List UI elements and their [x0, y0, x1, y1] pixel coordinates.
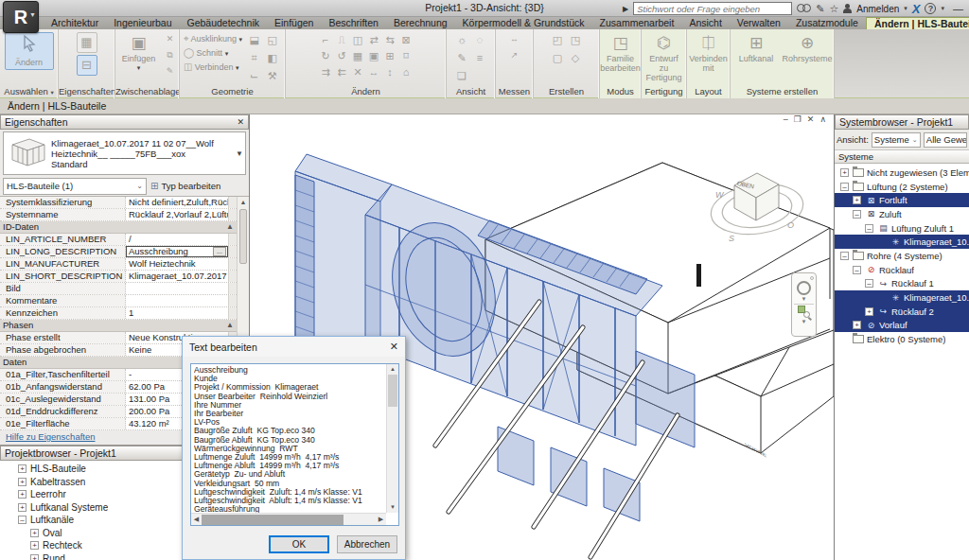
create-assembly-icon[interactable]: ▢: [549, 50, 567, 68]
navbar-dropdown-icon[interactable]: ▼: [802, 296, 807, 302]
collapse-icon[interactable]: –: [865, 279, 873, 288]
dialog-textarea[interactable]: AusschreibungKundeProjekt / Kommission K…: [190, 363, 399, 526]
dialog-horizontal-scrollbar[interactable]: ◀ ▶: [191, 513, 386, 525]
panel-label-modus[interactable]: Modus: [600, 85, 641, 98]
property-row[interactable]: LIN_MANUFACTURERWolf Heiztechnik: [0, 258, 237, 271]
wall-joins-icon[interactable]: ⬓: [245, 32, 263, 50]
align-icon[interactable]: ⌐: [318, 32, 334, 48]
panel-label-layout[interactable]: Layout: [687, 85, 730, 98]
expand-icon[interactable]: +: [30, 541, 39, 550]
property-row[interactable]: LIN_SHORT_DESCRIPTIONKlimageraet_10.07.2…: [0, 271, 237, 283]
sb-item-vorlauf[interactable]: +⊘Vorlauf: [835, 319, 969, 333]
collapse-icon[interactable]: ▲: [223, 221, 237, 233]
property-value[interactable]: /: [126, 234, 228, 245]
delete-icon[interactable]: ✕: [350, 64, 366, 80]
collapse-icon[interactable]: ▲: [223, 320, 237, 331]
expand-icon[interactable]: +: [853, 196, 861, 204]
collapse-icon[interactable]: –: [840, 183, 849, 191]
steering-wheel-icon[interactable]: [797, 281, 811, 295]
properties-icon[interactable]: ▦: [77, 32, 97, 53]
match-type-icon[interactable]: ✎: [163, 64, 177, 79]
close-icon[interactable]: ✕: [390, 341, 398, 353]
view-close-icon[interactable]: ✕: [807, 114, 815, 124]
linework-icon[interactable]: ✎: [453, 50, 471, 68]
panel-label-eigenschaften[interactable]: Eigenschaften: [59, 85, 115, 98]
scroll-down-icon[interactable]: ▼: [387, 502, 398, 513]
extend-icon[interactable]: ↕: [382, 64, 398, 80]
property-value[interactable]: Rücklauf 2,Vorlauf 2,Lüftung ...: [126, 209, 228, 220]
collapse-icon[interactable]: –: [853, 210, 861, 219]
panel-label-erstellen[interactable]: Erstellen: [534, 85, 599, 98]
scale-icon[interactable]: ⊞: [382, 48, 398, 64]
associate-parameter-button[interactable]: [228, 234, 237, 245]
associate-parameter-button[interactable]: [228, 295, 237, 306]
application-menu-button[interactable]: R▼: [3, 1, 39, 33]
panel-label-zwischenablage[interactable]: Zwischenablage: [115, 85, 179, 98]
tab-berechnung[interactable]: Berechnung: [386, 17, 455, 29]
split-face-icon[interactable]: ◧: [263, 50, 281, 68]
expand-icon[interactable]: +: [30, 554, 39, 560]
create-parts-icon[interactable]: ◇: [567, 50, 585, 68]
tab-verwalten[interactable]: Verwalten: [730, 17, 788, 29]
associate-parameter-button[interactable]: [228, 307, 237, 319]
modify-button[interactable]: Ändern: [5, 32, 54, 70]
signin-dropdown-icon[interactable]: ▾: [904, 5, 907, 12]
sb-item-nicht-zugewiesen-3-eleme[interactable]: +Nicht zugewiesen (3 Eleme...: [835, 166, 969, 180]
property-row[interactable]: Kommentare: [0, 295, 237, 307]
edit-family-button[interactable]: ◳ Familie bearbeiten: [600, 32, 641, 75]
sb-item-klimageraet-10[interactable]: ✳Klimageraet_10....: [835, 235, 969, 249]
section-box-icon[interactable]: ❏: [453, 68, 471, 85]
panel-label-messen[interactable]: Messen: [496, 85, 533, 98]
property-value[interactable]: [126, 295, 228, 306]
trim-corner-icon[interactable]: ↔: [366, 64, 382, 80]
systems-column-header[interactable]: Systeme: [835, 150, 969, 164]
expand-icon[interactable]: +: [853, 321, 861, 329]
cancel-button[interactable]: Abbrechen: [337, 535, 397, 553]
tab-zusatzmodule[interactable]: Zusatzmodule: [788, 17, 866, 29]
tab-einfuegen[interactable]: Einfügen: [267, 17, 321, 29]
collapse-icon[interactable]: –: [865, 224, 873, 233]
tab-zusammenarbeit[interactable]: Zusammenarbeit: [592, 17, 682, 29]
scroll-right-icon[interactable]: ▶: [376, 516, 386, 523]
array-icon[interactable]: ▦: [350, 48, 366, 64]
property-group-header[interactable]: ID-Daten▲: [0, 221, 237, 234]
associate-parameter-button[interactable]: [228, 209, 237, 220]
paint-icon[interactable]: ⚒: [263, 68, 281, 85]
edit-type-button[interactable]: ⊞ Typ bearbeiten: [150, 178, 246, 195]
property-value[interactable]: 1: [126, 307, 228, 319]
connect-into-button[interactable]: ⎅ Verbinden mit: [688, 32, 729, 75]
tab-beschriften[interactable]: Beschriften: [321, 17, 386, 29]
panel-label-auswaehlen[interactable]: Auswählen ▾: [0, 85, 58, 98]
panel-label-systeme-erstellen[interactable]: Systeme erstellen: [731, 85, 834, 98]
property-row[interactable]: SystemklassifizierungNicht definiert,Zul…: [0, 197, 237, 209]
expand-icon[interactable]: +: [865, 307, 873, 316]
property-value[interactable]: [126, 283, 228, 294]
property-group-header[interactable]: Phasen▲: [0, 320, 237, 332]
pipe-system-button[interactable]: ⊕ Rohrsysteme: [783, 32, 832, 65]
properties-help-link[interactable]: Hilfe zu Eigenschaften: [6, 431, 96, 444]
paste-dropdown-icon[interactable]: ▾: [137, 64, 141, 72]
associate-parameter-button[interactable]: [228, 246, 237, 257]
trim-icon[interactable]: ↺: [334, 48, 350, 64]
sb-item-elektro-0-systeme[interactable]: Elektro (0 Systeme): [835, 332, 969, 346]
sb-item-fortluft[interactable]: +⊠Fortluft: [835, 193, 969, 207]
associate-parameter-button[interactable]: [228, 258, 237, 270]
search-binoculars-icon[interactable]: [797, 4, 811, 13]
favorites-star-icon[interactable]: ☆: [829, 2, 838, 15]
signin-button[interactable]: Anmelden: [856, 4, 899, 14]
property-row[interactable]: LIN_LONG_DESCRIPTIONAusschreibung...: [0, 246, 237, 258]
property-row[interactable]: LIN_ARTICLE_NUMBER/: [0, 234, 237, 246]
tab-aendern-hls-bauteile[interactable]: Ändern | HLS-Bauteile: [866, 17, 969, 29]
search-flyout-icon[interactable]: ▶: [623, 5, 628, 13]
rotate-icon[interactable]: ↻: [318, 48, 334, 64]
beam-join-icon[interactable]: ◱: [263, 32, 281, 50]
expand-icon[interactable]: +: [840, 168, 849, 177]
measure-icon[interactable]: ↔: [507, 32, 521, 46]
view-restore-icon[interactable]: ❐: [794, 114, 802, 124]
associate-parameter-button[interactable]: [228, 197, 237, 208]
cope-menu[interactable]: ⌖ Ausklinkung ▾: [184, 32, 242, 45]
help-icon[interactable]: ?: [925, 3, 936, 14]
type-selector[interactable]: Klimageraet_10.07.2017 11 02 07__Wolf He…: [3, 131, 246, 175]
user-icon[interactable]: [843, 4, 852, 14]
light-icon[interactable]: ☼: [453, 32, 471, 50]
